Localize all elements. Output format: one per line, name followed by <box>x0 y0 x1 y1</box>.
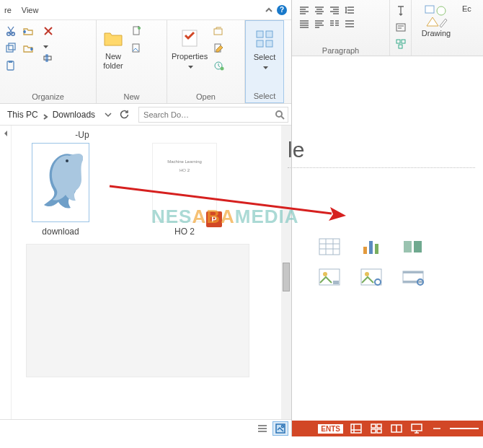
large-icons-view-button[interactable] <box>272 421 288 436</box>
svg-rect-12 <box>214 29 222 35</box>
easy-access-icon[interactable] <box>130 42 143 55</box>
align-justify-icon[interactable] <box>298 18 311 30</box>
ribbon-group-paragraph: Paragraph <box>292 0 390 56</box>
scroll-thumb[interactable] <box>283 263 290 291</box>
address-bar: This PC Downloads <box>0 104 291 126</box>
insert-table-icon[interactable] <box>314 235 345 258</box>
breadcrumb-folder[interactable]: Downloads <box>53 110 95 120</box>
text-direction-icon[interactable] <box>343 18 356 30</box>
insert-online-picture-icon[interactable] <box>355 265 387 289</box>
move-to-icon[interactable] <box>22 25 35 38</box>
line-spacing-icon[interactable] <box>343 4 356 16</box>
title-underline <box>288 167 475 168</box>
scrollbar[interactable] <box>281 126 291 419</box>
refresh-icon[interactable] <box>117 107 131 122</box>
svg-rect-16 <box>257 31 263 38</box>
insert-picture-icon[interactable] <box>314 265 345 289</box>
group-label-select: Select <box>250 90 279 102</box>
paragraph-extras <box>390 0 412 56</box>
explorer-titlebar: re View ? <box>0 0 291 20</box>
svg-rect-49 <box>371 429 376 433</box>
powerpoint-window: Paragraph Drawing Ec le <box>292 0 483 436</box>
edit-icon[interactable] <box>212 42 225 55</box>
search-input[interactable] <box>142 110 275 120</box>
svg-point-9 <box>138 27 141 30</box>
help-icon[interactable]: ? <box>277 5 287 15</box>
breadcrumb[interactable]: This PC Downloads <box>3 110 99 120</box>
new-item-icon[interactable] <box>130 25 143 38</box>
explorer-status-bar <box>0 419 291 436</box>
preview-pane <box>26 244 249 377</box>
cut-icon[interactable] <box>4 25 17 38</box>
file-list[interactable]: -Up download Machine Learning HO 2 P HO <box>12 126 281 419</box>
file-list-area: -Up download Machine Learning HO 2 P HO <box>0 126 291 419</box>
address-history-icon[interactable] <box>102 107 114 122</box>
ppt-status-bar: ENTS <box>292 421 483 436</box>
slide-canvas[interactable]: le <box>292 69 477 436</box>
slide[interactable]: le <box>292 69 477 436</box>
shapes-gallery-icon[interactable] <box>422 4 451 29</box>
svg-rect-3 <box>9 43 15 50</box>
group-label-drawing: Drawing <box>422 29 451 38</box>
svg-rect-52 <box>412 424 422 431</box>
minimize-ribbon-icon[interactable] <box>265 6 272 14</box>
columns-icon[interactable] <box>328 18 341 30</box>
delete-icon[interactable] <box>42 25 55 38</box>
insert-chart-icon[interactable] <box>355 235 387 258</box>
properties-button[interactable]: Properties <box>172 23 208 68</box>
normal-view-icon[interactable] <box>349 423 363 434</box>
history-icon[interactable] <box>212 59 225 72</box>
reading-view-icon[interactable] <box>389 423 404 434</box>
tab-share[interactable]: re <box>4 6 12 14</box>
rename-icon[interactable] <box>42 51 55 64</box>
svg-rect-7 <box>46 55 48 61</box>
zoom-slider[interactable] <box>450 428 479 429</box>
distribute-icon[interactable] <box>313 18 326 30</box>
align-right-icon[interactable] <box>328 4 341 16</box>
tab-view[interactable]: View <box>22 6 39 14</box>
file-item-ho2[interactable]: Machine Learning HO 2 P HO 2 <box>141 143 228 237</box>
search-icon <box>275 110 285 120</box>
svg-rect-33 <box>375 244 378 254</box>
svg-rect-17 <box>266 31 272 38</box>
ribbon-group-select: Select Select <box>245 20 284 103</box>
breadcrumb-root[interactable]: This PC <box>7 110 38 120</box>
align-left-icon[interactable] <box>298 4 311 16</box>
nav-pane-collapse[interactable] <box>0 126 12 419</box>
open-icon[interactable] <box>212 25 225 38</box>
search-box[interactable] <box>138 107 288 123</box>
svg-rect-50 <box>377 429 381 433</box>
group-label-new: New <box>101 91 162 102</box>
slide-sorter-icon[interactable] <box>369 423 384 434</box>
insert-smartart-icon[interactable] <box>397 235 429 258</box>
content-placeholder[interactable] <box>314 235 429 289</box>
select-button[interactable]: Select <box>250 24 279 69</box>
slideshow-icon[interactable] <box>409 423 424 434</box>
select-dropdown-icon[interactable] <box>263 63 268 69</box>
align-text-icon[interactable] <box>394 21 407 34</box>
insert-video-icon[interactable] <box>397 265 429 289</box>
file-item-download[interactable]: download <box>17 143 104 237</box>
up-folder[interactable]: -Up <box>39 130 125 140</box>
folder-icon <box>101 26 125 50</box>
convert-smartart-icon[interactable] <box>394 38 407 50</box>
svg-rect-26 <box>402 40 405 43</box>
delete-dropdown-icon[interactable] <box>43 42 48 47</box>
zoom-out-icon[interactable] <box>430 423 444 434</box>
details-view-button[interactable] <box>254 421 270 436</box>
new-folder-button[interactable]: New folder <box>101 23 125 71</box>
copy-path-icon[interactable] <box>4 42 17 55</box>
breadcrumb-separator-icon[interactable] <box>43 112 48 118</box>
copy-to-icon[interactable] <box>22 42 35 55</box>
svg-rect-24 <box>396 24 405 31</box>
align-center-icon[interactable] <box>313 4 326 16</box>
file-name: HO 2 <box>174 227 195 237</box>
properties-dropdown-icon[interactable] <box>188 63 193 68</box>
paste-shortcut-icon[interactable] <box>4 59 17 72</box>
comments-button[interactable]: ENTS <box>318 424 343 434</box>
file-thumbnail <box>32 143 89 222</box>
svg-rect-46 <box>351 424 361 433</box>
svg-rect-38 <box>333 281 339 284</box>
svg-rect-25 <box>396 40 400 43</box>
text-direction-vert-icon[interactable] <box>394 4 407 17</box>
